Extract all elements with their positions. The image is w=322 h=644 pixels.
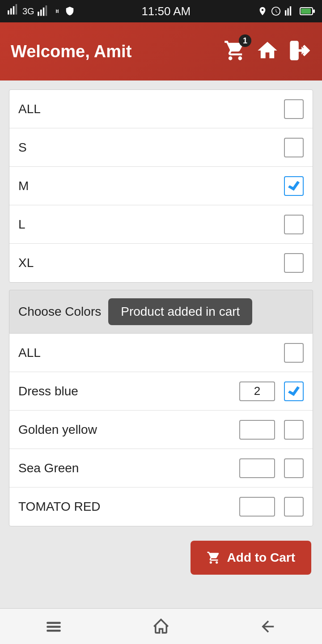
quantity-input[interactable] <box>239 458 275 478</box>
shield-icon <box>65 5 75 17</box>
usb-icon <box>52 5 62 17</box>
color-list-item: Sea Green <box>9 449 313 487</box>
status-bar: 3G 11:50 AM <box>0 0 322 22</box>
svg-rect-17 <box>47 626 61 627</box>
status-time: 11:50 AM <box>141 4 191 18</box>
size-label: ALL <box>18 102 41 116</box>
size-checkbox[interactable] <box>284 253 304 273</box>
color-checkbox[interactable] <box>284 381 304 401</box>
color-item-right <box>239 381 304 401</box>
nav-home-icon <box>152 617 170 636</box>
svg-rect-5 <box>40 10 42 16</box>
size-label: XL <box>18 256 34 270</box>
size-label: S <box>18 140 27 155</box>
color-list-item: TOMATO RED <box>9 487 313 526</box>
svg-rect-12 <box>301 8 311 14</box>
network-bars-icon <box>284 5 296 17</box>
svg-rect-3 <box>16 4 17 14</box>
svg-rect-18 <box>47 630 61 631</box>
svg-rect-0 <box>8 10 9 14</box>
location-icon <box>258 5 267 17</box>
size-checkbox[interactable] <box>284 176 304 196</box>
add-to-cart-label: Add to Cart <box>227 551 295 565</box>
signal2-icon <box>37 5 50 17</box>
size-list-item: M <box>9 167 313 205</box>
color-section-header: Choose Colors Product added in cart <box>9 290 313 333</box>
color-label: Sea Green <box>18 461 79 475</box>
size-checkbox[interactable] <box>284 215 304 234</box>
color-label: TOMATO RED <box>18 500 101 514</box>
size-checkbox[interactable] <box>284 138 304 157</box>
logout-button[interactable] <box>288 39 311 64</box>
svg-rect-4 <box>38 12 39 16</box>
svg-rect-9 <box>287 8 288 16</box>
color-item-right <box>239 458 304 478</box>
svg-rect-16 <box>47 622 61 623</box>
alarm-icon <box>271 5 281 17</box>
nav-back-icon <box>259 617 278 636</box>
battery-icon <box>300 6 315 16</box>
size-list: ALL S M L XL <box>9 89 313 283</box>
color-label: ALL <box>18 346 41 360</box>
color-checkbox[interactable] <box>284 420 304 440</box>
svg-rect-15 <box>291 42 298 59</box>
add-to-cart-button[interactable]: Add to Cart <box>191 541 311 575</box>
color-label: Dress blue <box>18 384 78 398</box>
signal-icon <box>7 4 20 19</box>
quantity-input[interactable] <box>239 420 275 440</box>
main-content: ALL S M L XL Choose Colors Product added… <box>0 80 322 585</box>
quantity-input[interactable] <box>239 497 275 517</box>
home-icon <box>256 39 279 62</box>
size-list-item: XL <box>9 244 313 282</box>
home-button[interactable] <box>256 39 279 64</box>
svg-rect-8 <box>285 10 286 16</box>
color-list: ALL Dress blue Golden yellow Sea Green T… <box>9 333 313 526</box>
cart-button[interactable]: 1 <box>224 39 247 64</box>
svg-rect-2 <box>13 6 15 15</box>
color-checkbox[interactable] <box>284 497 304 517</box>
color-list-item: ALL <box>9 334 313 372</box>
logout-icon <box>288 39 311 62</box>
menu-icon <box>44 617 63 636</box>
color-checkbox[interactable] <box>284 343 304 363</box>
add-to-cart-bar: Add to Cart <box>0 534 322 585</box>
network-label: 3G <box>22 6 34 17</box>
status-right <box>258 5 315 17</box>
size-list-item: S <box>9 128 313 167</box>
color-item-right <box>239 497 304 517</box>
size-list-item: ALL <box>9 90 313 128</box>
svg-rect-10 <box>290 6 291 16</box>
svg-rect-1 <box>10 8 12 15</box>
cart-badge: 1 <box>239 34 251 47</box>
app-header: Welcome, Amit 1 <box>0 22 322 80</box>
size-list-item: L <box>9 205 313 244</box>
nav-back-button[interactable] <box>259 617 278 636</box>
svg-rect-6 <box>43 8 45 16</box>
size-checkbox[interactable] <box>284 99 304 119</box>
color-list-item: Golden yellow <box>9 411 313 449</box>
color-checkbox[interactable] <box>284 458 304 478</box>
size-label: L <box>18 217 25 232</box>
cart-add-icon <box>207 551 221 565</box>
color-list-item: Dress blue <box>9 372 313 411</box>
color-section-label: Choose Colors <box>18 305 101 319</box>
status-left: 3G <box>7 4 75 19</box>
nav-menu-button[interactable] <box>44 617 63 636</box>
color-label: Golden yellow <box>18 423 97 437</box>
size-label: M <box>18 179 29 193</box>
quantity-input[interactable] <box>239 381 275 401</box>
svg-rect-13 <box>313 9 315 13</box>
nav-home-button[interactable] <box>152 617 170 636</box>
toast-message: Product added in cart <box>108 298 252 325</box>
color-item-right <box>239 420 304 440</box>
header-title: Welcome, Amit <box>11 42 131 61</box>
svg-rect-7 <box>45 5 47 16</box>
bottom-nav <box>0 608 322 644</box>
header-icons: 1 <box>224 39 311 64</box>
